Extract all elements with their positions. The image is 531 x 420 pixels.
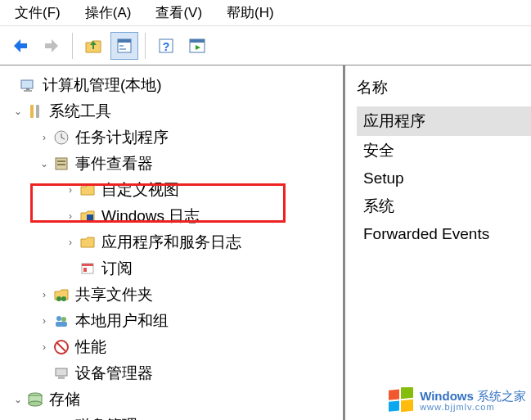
expander-closed-icon[interactable]: › bbox=[62, 184, 79, 196]
svg-rect-15 bbox=[30, 105, 34, 118]
expander-closed-icon[interactable]: › bbox=[62, 237, 79, 248]
expander-open-icon[interactable]: ⌄ bbox=[36, 158, 52, 169]
svg-text:?: ? bbox=[163, 40, 170, 53]
expander-closed-icon[interactable]: › bbox=[62, 210, 79, 222]
svg-rect-13 bbox=[26, 88, 29, 90]
list-header-name[interactable]: 名称 bbox=[357, 77, 531, 106]
toolbar-separator-2 bbox=[145, 33, 146, 59]
up-folder-button[interactable] bbox=[79, 32, 107, 60]
svg-rect-35 bbox=[58, 377, 65, 379]
tree-root-computer-mgmt[interactable]: 计算机管理(本地) bbox=[3, 72, 343, 98]
system-tools-icon bbox=[26, 102, 44, 120]
menu-file[interactable]: 文件(F) bbox=[11, 2, 64, 24]
svg-rect-5 bbox=[119, 45, 124, 47]
svg-rect-43 bbox=[389, 400, 399, 411]
tree-label: 磁盘管理 bbox=[75, 415, 137, 420]
users-icon bbox=[52, 312, 70, 330]
list-item-system[interactable]: 系统 bbox=[357, 192, 531, 221]
svg-rect-41 bbox=[389, 389, 399, 400]
properties-button[interactable] bbox=[110, 32, 138, 60]
forward-arrow-icon bbox=[43, 37, 61, 55]
folder-up-icon bbox=[84, 37, 102, 55]
tree-item-device-manager[interactable]: 设备管理器 bbox=[3, 360, 343, 386]
expander-closed-icon[interactable]: › bbox=[36, 315, 52, 327]
menu-help[interactable]: 帮助(H) bbox=[223, 2, 277, 24]
svg-rect-34 bbox=[56, 368, 67, 376]
svg-point-28 bbox=[61, 296, 66, 301]
tree-label: 性能 bbox=[75, 336, 106, 358]
menu-action[interactable]: 操作(A) bbox=[82, 2, 135, 24]
watermark-url: www.bjjmlv.com bbox=[420, 403, 526, 413]
properties-icon bbox=[115, 37, 133, 55]
toolbar-separator bbox=[72, 33, 73, 59]
list-pane: 名称 应用程序 安全 Setup 系统 Forwarded Events bbox=[345, 65, 531, 420]
folder-icon bbox=[79, 233, 97, 251]
tree-item-windows-logs[interactable]: › Windows 日志 bbox=[3, 203, 343, 229]
svg-rect-26 bbox=[83, 268, 87, 272]
list-item-security[interactable]: 安全 bbox=[357, 136, 531, 165]
forward-button[interactable] bbox=[38, 32, 65, 60]
tree-item-performance[interactable]: › 性能 bbox=[3, 334, 343, 360]
tree-item-event-viewer[interactable]: ⌄ 事件查看器 bbox=[3, 151, 343, 177]
tree-label: 共享文件夹 bbox=[75, 284, 153, 305]
list-item-application[interactable]: 应用程序 bbox=[357, 106, 531, 136]
expander-open-icon[interactable]: ⌄ bbox=[10, 394, 26, 405]
disk-icon bbox=[52, 417, 70, 420]
watermark-title: Windows 系统之家 bbox=[420, 390, 526, 403]
back-button[interactable] bbox=[7, 32, 34, 60]
watermark: Windows 系统之家 www.bjjmlv.com bbox=[387, 387, 526, 415]
svg-rect-10 bbox=[190, 39, 205, 43]
storage-icon bbox=[26, 391, 44, 409]
tree-item-shared-folders[interactable]: › 共享文件夹 bbox=[3, 282, 343, 308]
back-arrow-icon bbox=[11, 37, 29, 55]
svg-point-27 bbox=[56, 296, 61, 301]
run-panel-button[interactable] bbox=[183, 32, 211, 60]
tree-item-subscriptions[interactable]: 订阅 bbox=[3, 255, 343, 282]
tree-label: 系统工具 bbox=[49, 101, 111, 122]
svg-point-38 bbox=[29, 401, 42, 406]
tree-label: 应用程序和服务日志 bbox=[101, 232, 241, 253]
tree-item-disk-management[interactable]: 磁盘管理 bbox=[3, 413, 343, 420]
tree-item-storage[interactable]: ⌄ 存储 bbox=[3, 386, 343, 413]
tree-label: 自定义视图 bbox=[101, 179, 179, 201]
shared-folders-icon bbox=[52, 286, 70, 304]
svg-rect-21 bbox=[57, 160, 65, 162]
tree-label: 任务计划程序 bbox=[75, 127, 169, 148]
windows-logo-icon bbox=[387, 387, 415, 415]
help-button[interactable]: ? bbox=[152, 32, 180, 60]
expander-open-icon[interactable]: ⌄ bbox=[10, 106, 26, 117]
svg-point-29 bbox=[56, 316, 61, 321]
expander-closed-icon[interactable]: › bbox=[36, 132, 52, 143]
tree-item-app-service-logs[interactable]: › 应用程序和服务日志 bbox=[3, 229, 343, 255]
main-content: 计算机管理(本地) ⌄ 系统工具 › 任务计划程序 ⌄ 事件查看器 › bbox=[0, 65, 531, 420]
menubar: 文件(F) 操作(A) 查看(V) 帮助(H) bbox=[0, 0, 531, 26]
svg-rect-42 bbox=[401, 387, 413, 399]
panel-run-icon bbox=[188, 37, 206, 55]
svg-rect-23 bbox=[87, 215, 93, 220]
tree-item-task-scheduler[interactable]: › 任务计划程序 bbox=[3, 124, 343, 151]
menu-view[interactable]: 查看(V) bbox=[152, 2, 205, 24]
subscriptions-icon bbox=[79, 260, 97, 278]
svg-rect-31 bbox=[56, 322, 67, 327]
tree-label: 计算机管理(本地) bbox=[43, 75, 162, 96]
folder-icon bbox=[79, 181, 97, 199]
tree-item-system-tools[interactable]: ⌄ 系统工具 bbox=[3, 98, 343, 124]
svg-rect-14 bbox=[24, 90, 32, 92]
tree-label: 事件查看器 bbox=[75, 153, 153, 174]
tree-label: 存储 bbox=[49, 389, 80, 410]
tree-item-local-users[interactable]: › 本地用户和组 bbox=[3, 308, 343, 334]
tree-item-custom-views[interactable]: › 自定义视图 bbox=[3, 177, 343, 203]
svg-rect-4 bbox=[118, 39, 131, 43]
svg-rect-22 bbox=[57, 164, 65, 165]
expander-closed-icon[interactable]: › bbox=[36, 341, 52, 353]
tree-label: 本地用户和组 bbox=[75, 310, 169, 332]
svg-marker-0 bbox=[14, 39, 27, 52]
svg-rect-12 bbox=[21, 80, 33, 88]
svg-marker-1 bbox=[45, 39, 58, 52]
list-item-forwarded-events[interactable]: Forwarded Events bbox=[357, 221, 531, 247]
tree-label: 订阅 bbox=[101, 258, 133, 279]
computer-mgmt-icon bbox=[20, 76, 38, 94]
expander-closed-icon[interactable]: › bbox=[36, 289, 52, 300]
list-item-setup[interactable]: Setup bbox=[357, 165, 531, 192]
svg-point-30 bbox=[61, 317, 66, 322]
